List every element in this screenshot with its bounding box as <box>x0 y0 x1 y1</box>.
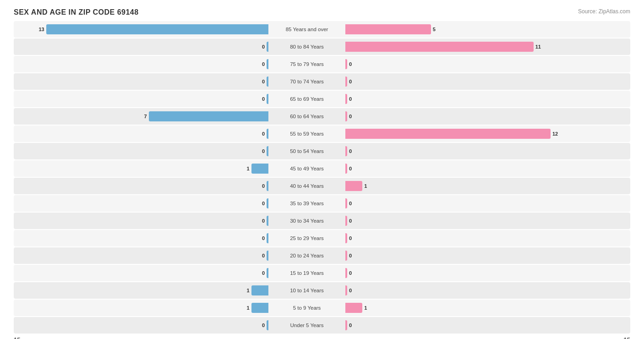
female-value: 0 <box>349 288 352 293</box>
right-section: 11 <box>344 38 600 55</box>
age-label: 40 to 44 Years <box>270 183 344 189</box>
male-bar <box>267 94 268 104</box>
chart-container: SEX AND AGE IN ZIP CODE 69148 Source: Zi… <box>0 0 644 339</box>
male-value: 0 <box>262 96 265 102</box>
male-value: 0 <box>262 183 265 189</box>
female-value: 0 <box>349 61 352 67</box>
female-value: 11 <box>535 44 541 49</box>
female-value: 0 <box>349 96 352 102</box>
male-bar <box>149 111 268 121</box>
male-value: 0 <box>262 148 265 154</box>
female-bar <box>345 59 347 69</box>
left-section: 0 <box>14 213 270 229</box>
left-section: 0 <box>14 317 270 334</box>
age-label: 10 to 14 Years <box>270 288 344 293</box>
chart-area: 1385 Years and over5080 to 84 Years11075… <box>14 21 630 334</box>
female-value: 0 <box>349 114 352 119</box>
axis-right: 15 <box>624 336 630 339</box>
female-bar <box>345 285 347 295</box>
male-bar <box>267 251 268 261</box>
bar-row: 075 to 79 Years0 <box>14 56 630 72</box>
right-section: 0 <box>344 317 600 334</box>
right-section: 0 <box>344 282 600 299</box>
female-value: 0 <box>349 253 352 258</box>
age-label: 75 to 79 Years <box>270 61 344 67</box>
female-bar <box>345 233 347 243</box>
right-section: 0 <box>344 195 600 212</box>
bar-row: 110 to 14 Years0 <box>14 282 630 299</box>
right-section: 12 <box>344 126 600 142</box>
male-value: 0 <box>262 218 265 224</box>
male-bar <box>267 129 268 139</box>
left-section: 0 <box>14 143 270 159</box>
left-section: 1 <box>14 300 270 316</box>
age-label: 80 to 84 Years <box>270 44 344 49</box>
bar-row: 055 to 59 Years12 <box>14 126 630 142</box>
female-bar <box>345 303 362 313</box>
age-label: 60 to 64 Years <box>270 114 344 119</box>
left-section: 0 <box>14 265 270 281</box>
bar-row: 080 to 84 Years11 <box>14 38 630 55</box>
bar-row: 065 to 69 Years0 <box>14 91 630 107</box>
female-value: 0 <box>349 79 352 84</box>
male-value: 0 <box>262 201 265 206</box>
male-value: 1 <box>247 166 250 171</box>
male-value: 1 <box>247 305 250 311</box>
left-section: 0 <box>14 38 270 55</box>
bar-row: 015 to 19 Years0 <box>14 265 630 281</box>
left-section: 0 <box>14 73 270 90</box>
bar-row: 030 to 34 Years0 <box>14 213 630 229</box>
female-value: 5 <box>433 27 436 32</box>
bar-row: 020 to 24 Years0 <box>14 247 630 264</box>
bar-row: 040 to 44 Years1 <box>14 178 630 194</box>
bar-row: 035 to 39 Years0 <box>14 195 630 212</box>
right-section: 0 <box>344 56 600 72</box>
male-bar <box>267 146 268 156</box>
age-label: 65 to 69 Years <box>270 96 344 102</box>
left-section: 1 <box>14 282 270 299</box>
bar-row: 145 to 49 Years0 <box>14 160 630 177</box>
female-bar <box>345 198 347 208</box>
age-label: 15 to 19 Years <box>270 270 344 276</box>
male-bar <box>251 285 268 295</box>
right-section: 0 <box>344 247 600 264</box>
age-label: Under 5 Years <box>270 323 344 328</box>
female-value: 0 <box>349 148 352 154</box>
age-label: 30 to 34 Years <box>270 218 344 224</box>
left-section: 7 <box>14 108 270 125</box>
female-value: 0 <box>349 323 352 328</box>
bar-row: 050 to 54 Years0 <box>14 143 630 159</box>
male-bar <box>46 24 268 34</box>
female-value: 0 <box>349 218 352 224</box>
female-value: 1 <box>364 183 367 189</box>
left-section: 0 <box>14 195 270 212</box>
female-bar <box>345 146 347 156</box>
left-section: 0 <box>14 91 270 107</box>
source-text: Source: ZipAtlas.com <box>578 8 630 15</box>
male-value: 1 <box>247 288 250 293</box>
right-section: 0 <box>344 91 600 107</box>
left-section: 0 <box>14 178 270 194</box>
male-value: 7 <box>144 114 147 119</box>
left-section: 0 <box>14 230 270 246</box>
female-bar <box>345 251 347 261</box>
right-section: 1 <box>344 178 600 194</box>
female-value: 0 <box>349 235 352 241</box>
age-label: 45 to 49 Years <box>270 166 344 171</box>
female-bar <box>345 268 347 278</box>
female-bar <box>345 129 551 139</box>
right-section: 1 <box>344 300 600 316</box>
male-bar <box>267 181 268 191</box>
bar-row: 070 to 74 Years0 <box>14 73 630 90</box>
bar-row: 0Under 5 Years0 <box>14 317 630 334</box>
male-bar <box>267 268 268 278</box>
male-value: 0 <box>262 61 265 67</box>
right-section: 0 <box>344 213 600 229</box>
male-value: 0 <box>262 79 265 84</box>
female-bar <box>345 320 347 330</box>
male-bar <box>267 216 268 226</box>
male-bar <box>251 303 268 313</box>
age-label: 25 to 29 Years <box>270 235 344 241</box>
female-value: 0 <box>349 201 352 206</box>
right-section: 0 <box>344 265 600 281</box>
